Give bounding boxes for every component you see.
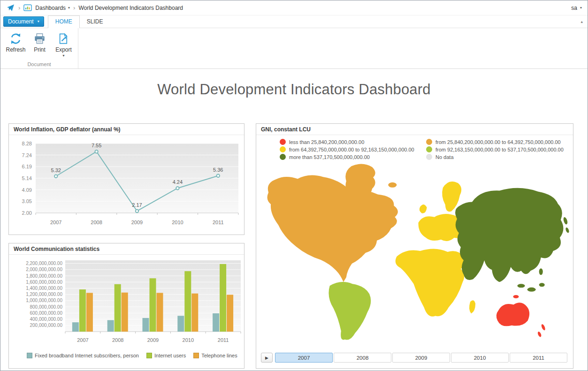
export-button[interactable]: Export ▼	[52, 30, 75, 59]
panel-gni-map: GNI, constant LCU less than 25,840,200,0…	[256, 123, 573, 369]
bar-series2-2007[interactable]	[86, 293, 93, 332]
legend-label: Fixed broadband Internet subscribers, pe…	[35, 353, 139, 358]
chevron-down-icon: ▾	[68, 6, 70, 10]
map-legend-item: more than 537,170,500,000,000.00	[280, 154, 424, 160]
bar-series1-2011[interactable]	[220, 264, 226, 332]
legend-color-dot	[280, 146, 286, 152]
chart-legend-item: Fixed broadband Internet subscribers, pe…	[27, 353, 139, 358]
y-tick-label: 4.09	[22, 187, 32, 193]
gni-world-map[interactable]	[259, 161, 570, 346]
dashboard-canvas: World Development Indicators Dashboard W…	[0, 69, 588, 371]
play-icon: ▶	[265, 356, 268, 360]
year-button-2008[interactable]: 2008	[334, 353, 391, 363]
app-window: › Dashboards ▾ › World Development Indic…	[0, 0, 588, 371]
ribbon-collapse-icon[interactable]: ▴	[580, 19, 583, 24]
bar-series1-2010[interactable]	[184, 271, 191, 332]
legend-color-dot	[426, 146, 432, 152]
print-button[interactable]: Print	[28, 30, 51, 55]
bar-series0-2010[interactable]	[177, 316, 184, 332]
data-point[interactable]	[136, 210, 138, 212]
ribbon: Refresh Print	[0, 28, 588, 69]
map-region-oceania[interactable]	[513, 295, 519, 298]
map-region-se-asia[interactable]	[539, 283, 545, 287]
map-region-south-america[interactable]	[328, 282, 371, 340]
bar-series0-2007[interactable]	[72, 322, 79, 332]
legend-label: from 25,840,200,000,000.00 to 64,392,750…	[435, 139, 561, 145]
legend-label: less than 25,840,200,000,000.00	[289, 139, 364, 145]
chevron-down-icon: ▾	[580, 6, 582, 10]
chevron-down-icon: ▼	[62, 54, 65, 57]
map-legend-item: from 64,392,750,000,000.00 to 92,163,150…	[280, 146, 424, 152]
y-tick-label: 2,000,000,000.00	[26, 267, 62, 272]
point-value-label: 4.24	[173, 179, 183, 185]
map-region-australia[interactable]	[496, 303, 529, 326]
inflation-line-chart[interactable]: 2.003.054.095.146.197.248.28200720082009…	[10, 137, 245, 235]
point-value-label: 7.55	[92, 143, 101, 148]
map-region-se-asia[interactable]	[539, 268, 543, 275]
map-region-africa[interactable]	[396, 249, 465, 316]
point-value-label: 2.17	[132, 202, 142, 208]
year-button-2011[interactable]: 2011	[510, 353, 567, 363]
user-menu[interactable]: sa ▾	[571, 5, 582, 11]
bar-series2-2011[interactable]	[227, 295, 233, 332]
map-region-north-america[interactable]	[267, 175, 398, 282]
document-menu-button[interactable]: Document ▾	[3, 16, 44, 27]
bar-series0-2009[interactable]	[143, 318, 149, 332]
x-axis-label: 2009	[147, 337, 159, 343]
map-region-se-asia[interactable]	[527, 288, 536, 292]
bar-series2-2009[interactable]	[157, 293, 163, 332]
panel-inflation: World Inflation, GDP deflator (annual %)…	[8, 123, 244, 235]
bar-series1-2008[interactable]	[115, 284, 121, 332]
legend-color-dot	[280, 154, 286, 160]
x-axis-label: 2010	[172, 220, 183, 225]
bar-chart-container: 200,000,000.00400,000,000.00600,000,000.…	[9, 255, 244, 350]
map-region-uk[interactable]	[420, 204, 427, 213]
breadcrumb-dashboards-label: Dashboards	[35, 5, 66, 11]
year-button-2010[interactable]: 2010	[451, 353, 509, 363]
data-point[interactable]	[54, 175, 57, 178]
tab-slide[interactable]: SLIDE	[80, 16, 110, 28]
data-point[interactable]	[95, 150, 98, 153]
bar-series1-2009[interactable]	[150, 278, 156, 332]
map-region-new-zealand[interactable]	[537, 331, 542, 337]
bar-series2-2010[interactable]	[191, 294, 198, 332]
app-logo-icon[interactable]	[6, 4, 15, 12]
y-tick-label: 7.24	[22, 152, 32, 158]
x-axis-label: 2011	[213, 220, 224, 225]
map-region-new-zealand[interactable]	[541, 324, 546, 331]
play-button[interactable]: ▶	[261, 353, 273, 363]
point-value-label: 5.32	[51, 167, 61, 173]
breadcrumb-dashboards[interactable]: Dashboards ▾	[35, 5, 70, 11]
communication-bar-chart[interactable]: 200,000,000.00400,000,000.00600,000,000.…	[10, 257, 245, 348]
y-tick-label: 600,000,000.00	[30, 310, 62, 316]
ribbon-group-document: Refresh Print	[0, 28, 78, 68]
map-legend-item: less than 25,840,200,000,000.00	[280, 139, 424, 145]
legend-label: more than 537,170,500,000,000.00	[289, 154, 370, 160]
panel-gni-title: GNI, constant LCU	[256, 124, 573, 135]
map-region-iceland[interactable]	[388, 182, 397, 188]
y-tick-label: 8.28	[22, 141, 32, 146]
year-button-2007[interactable]: 2007	[275, 353, 333, 363]
map-region-asia[interactable]	[455, 188, 563, 282]
bar-series0-2008[interactable]	[107, 320, 114, 332]
legend-label: from 64,392,750,000,000.00 to 92,163,150…	[289, 147, 414, 152]
y-tick-label: 400,000,000.00	[30, 317, 62, 322]
x-axis-label: 2011	[218, 337, 229, 343]
print-icon	[33, 32, 46, 45]
map-region-japan[interactable]	[563, 217, 568, 225]
data-point[interactable]	[217, 174, 220, 177]
map-region-japan[interactable]	[565, 227, 570, 233]
bar-series1-2007[interactable]	[79, 289, 86, 332]
tab-home[interactable]: HOME	[48, 15, 80, 28]
map-region-madagascar[interactable]	[469, 300, 475, 313]
year-button-2009[interactable]: 2009	[392, 353, 450, 363]
y-tick-label: 2.00	[22, 210, 32, 216]
map-region-se-asia[interactable]	[517, 284, 525, 288]
data-point[interactable]	[176, 187, 179, 189]
y-tick-label: 1,000,000,000.00	[26, 298, 62, 303]
bar-series2-2008[interactable]	[122, 293, 128, 332]
x-axis-label: 2008	[112, 337, 123, 343]
y-tick-label: 1,200,000,000.00	[26, 292, 62, 297]
refresh-button[interactable]: Refresh	[4, 30, 27, 55]
bar-series0-2011[interactable]	[213, 313, 219, 332]
